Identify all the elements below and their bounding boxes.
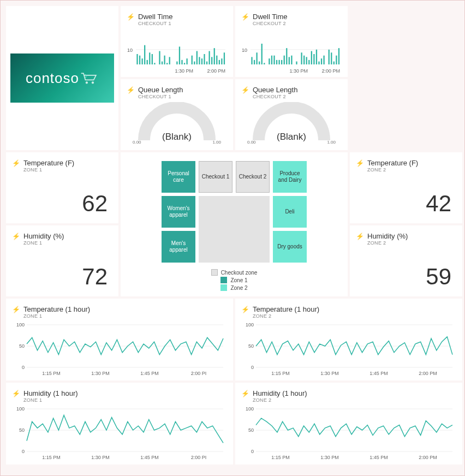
lightning-icon: ⚡ <box>12 306 20 313</box>
svg-rect-76 <box>333 62 335 64</box>
svg-rect-75 <box>331 52 332 64</box>
svg-text:1:30 PM: 1:30 PM <box>320 455 339 460</box>
svg-rect-61 <box>296 62 297 64</box>
dwell-time-checkout1-card[interactable]: ⚡ Dwell Time CHECKOUT 1 1:30 PM 2:00 PM … <box>121 6 233 77</box>
axis-tick: 1:30 PM <box>175 68 193 74</box>
svg-rect-24 <box>181 60 182 64</box>
svg-text:1:45 PM: 1:45 PM <box>140 455 159 460</box>
svg-rect-65 <box>306 57 307 64</box>
svg-rect-54 <box>278 60 279 64</box>
svg-text:1:15 PM: 1:15 PM <box>42 455 61 460</box>
store-map-card[interactable]: Personal care Checkout 1 Checkout 2 Prod… <box>121 152 348 296</box>
temperature-zone2-card[interactable]: ⚡ Temperature (F) ZONE 2 42 <box>350 152 462 223</box>
tline1-chart: 0501001:15 PM1:30 PM1:45 PM2:00 PI <box>14 323 225 377</box>
svg-text:50: 50 <box>19 427 25 433</box>
card-subtitle: ZONE 1 <box>23 240 111 246</box>
svg-point-3 <box>86 75 87 76</box>
svg-text:1:15 PM: 1:15 PM <box>271 455 290 460</box>
temperature-1h-zone1-card[interactable]: ⚡ Temperature (1 hour) ZONE 1 0501001:15… <box>6 299 233 380</box>
map-legend: Checkout zone Zone 1 Zone 2 <box>137 269 331 291</box>
axis-tick: 10 <box>127 47 133 53</box>
humidity-1h-zone2-card[interactable]: ⚡ Humidity (1 hour) ZONE 2 0501001:15 PM… <box>235 383 462 465</box>
empty-slot <box>350 79 462 150</box>
svg-rect-57 <box>286 48 287 64</box>
card-title: Humidity (1 hour) <box>23 389 225 397</box>
card-subtitle: ZONE 1 <box>23 313 225 319</box>
lightning-icon: ⚡ <box>241 86 249 94</box>
legend-swatch-zone1 <box>220 277 227 283</box>
humidity-zone1-card[interactable]: ⚡ Humidity (%) ZONE 1 72 <box>6 225 118 296</box>
svg-rect-32 <box>201 58 202 64</box>
card-title: Dwell Time <box>138 13 225 21</box>
svg-text:1:30 PM: 1:30 PM <box>320 371 339 376</box>
dwell-time-checkout2-card[interactable]: ⚡ Dwell Time CHECKOUT 2 1:30 PM 2:00 PM … <box>235 6 348 77</box>
svg-rect-59 <box>291 56 292 64</box>
svg-rect-74 <box>329 50 330 64</box>
queue-length-checkout2-card[interactable]: ⚡ Queue Length CHECKOUT 2 (Blank) 0.00 1… <box>235 79 348 150</box>
humidity-zone2-card[interactable]: ⚡ Humidity (%) ZONE 2 59 <box>350 225 462 296</box>
gauge-max: 1.00 <box>212 140 221 145</box>
axis-tick: 1:30 PM <box>289 68 308 74</box>
card-subtitle: ZONE 2 <box>253 397 455 403</box>
svg-rect-29 <box>194 62 195 64</box>
gauge-min: 0.00 <box>247 140 256 145</box>
legend-swatch-checkout <box>211 269 218 276</box>
legend-label: Zone 1 <box>230 277 247 283</box>
map-tile-personal-care[interactable]: Personal care <box>162 161 195 193</box>
svg-rect-71 <box>321 58 322 64</box>
svg-text:2:00 PI: 2:00 PI <box>191 455 207 460</box>
card-title: Queue Length <box>138 86 225 94</box>
svg-rect-7 <box>139 56 140 64</box>
svg-rect-48 <box>264 63 265 64</box>
card-subtitle: CHECKOUT 1 <box>138 94 225 99</box>
map-tile-mens[interactable]: Men's apparel <box>162 231 195 263</box>
svg-text:1:15 PM: 1:15 PM <box>271 371 290 376</box>
svg-text:0: 0 <box>251 449 254 454</box>
svg-rect-63 <box>301 52 302 64</box>
svg-rect-31 <box>199 57 200 64</box>
map-tile-womens[interactable]: Women's apparel <box>162 196 195 228</box>
svg-text:100: 100 <box>246 407 254 412</box>
temperature-zone1-card[interactable]: ⚡ Temperature (F) ZONE 1 62 <box>6 152 118 223</box>
hline2-chart: 0501001:15 PM1:30 PM1:45 PM2:00 PM <box>243 407 455 461</box>
svg-text:100: 100 <box>16 407 25 412</box>
svg-point-1 <box>92 81 94 84</box>
svg-rect-18 <box>166 63 168 64</box>
card-subtitle: CHECKOUT 2 <box>253 94 340 99</box>
map-tile-deli[interactable]: Deli <box>273 196 307 228</box>
dwell2-sparkline: 1:30 PM 2:00 PM 10 <box>243 35 340 74</box>
map-tile-dry[interactable]: Dry goods <box>273 231 307 263</box>
svg-rect-37 <box>214 48 215 64</box>
lightning-icon: ⚡ <box>356 159 364 167</box>
svg-rect-68 <box>313 54 314 64</box>
map-tile-checkout1[interactable]: Checkout 1 <box>199 161 233 193</box>
legend-label: Zone 2 <box>230 285 247 291</box>
svg-rect-39 <box>219 60 220 64</box>
queue-length-checkout1-card[interactable]: ⚡ Queue Length CHECKOUT 1 (Blank) 0.00 1… <box>121 79 233 150</box>
humidity-1h-zone1-card[interactable]: ⚡ Humidity (1 hour) ZONE 1 0501001:15 PM… <box>6 383 233 465</box>
card-title: Temperature (1 hour) <box>253 305 455 313</box>
svg-rect-8 <box>141 58 142 64</box>
svg-rect-13 <box>154 63 155 64</box>
svg-text:2:00 PM: 2:00 PM <box>419 455 437 460</box>
axis-tick: 2:00 PM <box>321 68 340 74</box>
map-tile-checkout2[interactable]: Checkout 2 <box>236 161 270 193</box>
svg-rect-45 <box>256 52 257 64</box>
brand-logo: contoso <box>10 53 114 103</box>
card-title: Temperature (1 hour) <box>23 305 225 313</box>
map-tile-produce[interactable]: Produce and Dairy <box>273 161 307 193</box>
svg-text:50: 50 <box>248 343 254 349</box>
svg-rect-47 <box>261 44 263 64</box>
legend-label: Checkout zone <box>221 270 258 276</box>
svg-rect-22 <box>176 62 177 64</box>
svg-text:1:45 PM: 1:45 PM <box>369 371 388 376</box>
svg-rect-34 <box>206 62 207 64</box>
gauge-max: 1.00 <box>327 140 336 145</box>
lightning-icon: ⚡ <box>241 390 249 397</box>
cart-icon <box>80 72 99 85</box>
svg-rect-30 <box>196 51 198 64</box>
temperature-1h-zone2-card[interactable]: ⚡ Temperature (1 hour) ZONE 2 0501001:15… <box>235 299 462 380</box>
lightning-icon: ⚡ <box>241 306 249 313</box>
svg-rect-53 <box>276 60 277 64</box>
lightning-icon: ⚡ <box>127 13 135 21</box>
